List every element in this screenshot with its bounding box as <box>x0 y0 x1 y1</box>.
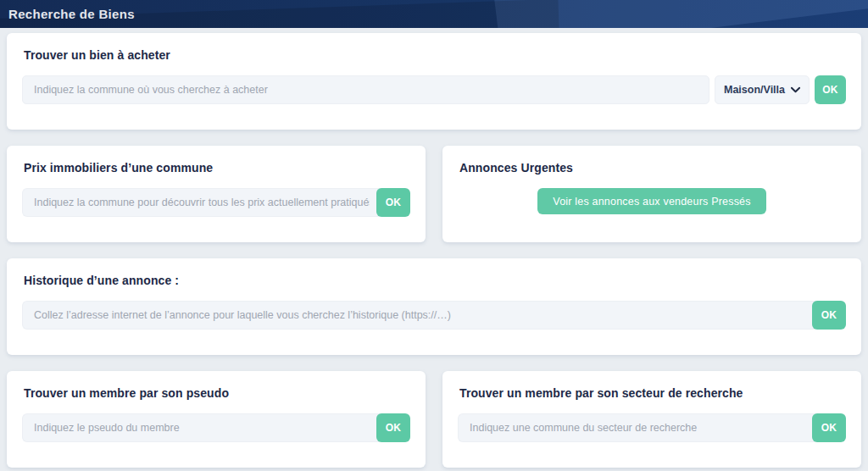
card-commune-prices: Prix immobiliers d’une commune OK <box>7 146 426 242</box>
member-pseudo-input[interactable] <box>22 413 381 442</box>
commune-prices-input[interactable] <box>22 188 381 217</box>
page-title: Recherche de Biens <box>8 7 135 21</box>
member-pseudo-form: OK <box>22 413 410 442</box>
member-sector-input[interactable] <box>458 413 816 442</box>
member-pseudo-title: Trouver un membre par son pseudo <box>24 385 409 401</box>
member-sector-title: Trouver un membre par son secteur de rec… <box>459 385 844 401</box>
card-urgent-listings: Annonces Urgentes Voir les annonces aux … <box>442 146 861 242</box>
buy-search-ok-button[interactable]: OK <box>815 75 846 104</box>
card-listing-history: Historique d’une annonce : OK <box>7 258 861 355</box>
listing-history-url-input[interactable] <box>22 301 816 330</box>
commune-prices-title: Prix immobiliers d’une commune <box>24 160 409 175</box>
card-member-pseudo: Trouver un membre par son pseudo OK <box>7 371 426 468</box>
property-type-selected-value: Maison/Villa <box>724 84 785 96</box>
member-pseudo-ok-button[interactable]: OK <box>376 413 410 442</box>
member-sector-ok-button[interactable]: OK <box>812 413 846 442</box>
commune-prices-form: OK <box>22 188 410 217</box>
search-page: Trouver un bien à acheter Maison/Villa O… <box>0 28 868 468</box>
page-header: Recherche de Biens <box>0 0 868 28</box>
chevron-down-icon <box>791 86 800 93</box>
urgent-listings-button[interactable]: Voir les annonces aux vendeurs Pressés <box>537 188 765 214</box>
buy-search-form: Maison/Villa OK <box>22 75 846 104</box>
member-sector-form: OK <box>458 413 846 442</box>
urgent-listings-button-wrap: Voir les annonces aux vendeurs Pressés <box>458 188 846 214</box>
card-buy-search: Trouver un bien à acheter Maison/Villa O… <box>7 33 861 130</box>
property-type-select[interactable]: Maison/Villa <box>715 75 810 104</box>
row-prices-urgent: Prix immobiliers d’une commune OK Annonc… <box>7 146 861 242</box>
buy-search-title: Trouver un bien à acheter <box>24 47 844 63</box>
listing-history-title: Historique d’une annonce : <box>24 273 844 288</box>
buy-search-commune-input[interactable] <box>22 75 709 104</box>
commune-prices-ok-button[interactable]: OK <box>376 188 410 217</box>
card-member-sector: Trouver un membre par son secteur de rec… <box>442 371 861 468</box>
urgent-listings-title: Annonces Urgentes <box>459 160 844 175</box>
row-member-search: Trouver un membre par son pseudo OK Trou… <box>7 371 861 468</box>
listing-history-ok-button[interactable]: OK <box>812 301 846 330</box>
listing-history-form: OK <box>22 301 846 330</box>
